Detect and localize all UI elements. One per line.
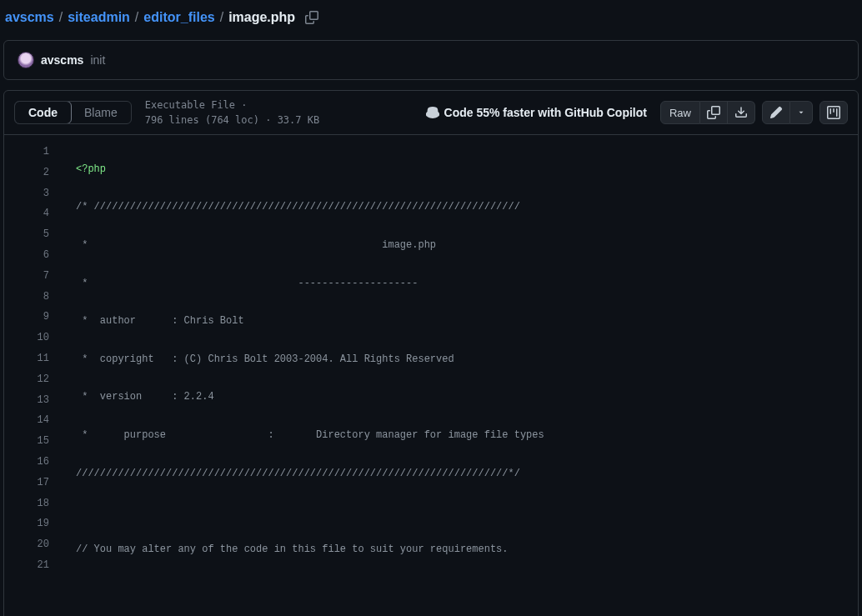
breadcrumb-current: image.php: [228, 10, 295, 25]
breadcrumb-sep: /: [135, 10, 138, 25]
copilot-promo-label: Code 55% faster with GitHub Copilot: [444, 106, 647, 119]
copy-path-icon[interactable]: [305, 11, 318, 24]
raw-button[interactable]: Raw: [660, 101, 700, 124]
file-info: Executable File · 796 lines (764 loc) · …: [145, 98, 320, 128]
symbols-icon[interactable]: [819, 101, 848, 124]
code-view: 123456789101112131415161718192021 <?php …: [4, 135, 858, 616]
copy-raw-icon[interactable]: [700, 101, 728, 124]
download-icon[interactable]: [728, 101, 755, 124]
file-info-size: 796 lines (764 loc) · 33.7 KB: [145, 113, 320, 128]
breadcrumb-link[interactable]: editor_files: [143, 10, 214, 25]
commit-author[interactable]: avscms: [41, 53, 83, 67]
breadcrumb-link[interactable]: avscms: [5, 10, 54, 25]
tab-code[interactable]: Code: [14, 101, 72, 124]
code-blame-tabs: Code Blame: [14, 101, 132, 124]
commit-message[interactable]: init: [90, 53, 105, 67]
edit-dropdown-icon[interactable]: [790, 101, 813, 124]
edit-button-group: [762, 101, 813, 124]
raw-button-group: Raw: [660, 101, 755, 124]
file-header: Code Blame Executable File · 796 lines (…: [4, 91, 858, 135]
file-panel: Code Blame Executable File · 796 lines (…: [3, 90, 859, 616]
breadcrumb-link[interactable]: siteadmin: [68, 10, 130, 25]
line-numbers: 123456789101112131415161718192021: [4, 135, 64, 616]
breadcrumb-sep: /: [59, 10, 63, 25]
avatar: [18, 52, 34, 68]
code-content[interactable]: <?php /* ///////////////////////////////…: [64, 135, 858, 616]
file-info-executable: Executable File ·: [145, 98, 320, 113]
breadcrumb: avscms / siteadmin / editor_files / imag…: [0, 0, 862, 35]
breadcrumb-sep: /: [220, 10, 223, 25]
copilot-icon: [426, 106, 439, 119]
edit-icon[interactable]: [762, 101, 790, 124]
latest-commit-box[interactable]: avscms init: [3, 40, 859, 80]
copilot-promo[interactable]: Code 55% faster with GitHub Copilot: [426, 106, 654, 119]
tab-blame[interactable]: Blame: [71, 102, 131, 123]
